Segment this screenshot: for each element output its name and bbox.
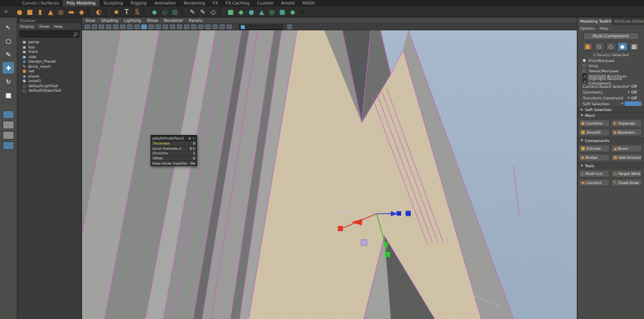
multi-component-button[interactable]: Multi-Component <box>583 32 639 40</box>
outliner-item[interactable]: ✎ Brick_mesh <box>17 64 81 69</box>
move-tool[interactable]: ✚ <box>3 62 14 74</box>
viewport-toolbar-icon[interactable] <box>85 25 90 29</box>
viewport-menu-item[interactable]: Renderer <box>164 17 183 23</box>
viewport-toolbar-icon[interactable] <box>177 25 182 29</box>
viewport-toolbar-icon[interactable] <box>213 25 218 29</box>
face-mode-icon[interactable]: ◆ <box>618 42 628 51</box>
viewport-toolbar-icon[interactable] <box>205 25 211 29</box>
object-mode-icon[interactable]: ■ <box>583 42 593 51</box>
in-view-editor[interactable]: polyExtrudeFace1 ▪ × Thickness 0 Local T… <box>151 135 197 166</box>
shelf-tab[interactable]: Rigging <box>127 0 151 6</box>
outliner-item[interactable]: ▣ persp <box>17 39 81 45</box>
in-view-editor-row[interactable]: Local Translate Z 0.5 <box>151 146 196 151</box>
toolkit-menu-item[interactable]: Options <box>580 25 595 31</box>
mesh-section-header[interactable]: ▼ Mesh <box>577 112 644 118</box>
shelf-tab[interactable]: Poly Modeling <box>63 0 99 6</box>
shelf-tab[interactable]: Sculpting <box>99 0 127 6</box>
shelf-menu-icon[interactable]: ≡ <box>3 9 9 14</box>
boolean-difference-icon[interactable]: ◇ <box>160 7 170 17</box>
multi-cut-icon[interactable]: ◇ <box>208 7 218 17</box>
field-value[interactable]: 0 <box>189 141 195 145</box>
boolean-union-icon[interactable]: ◆ <box>149 7 160 17</box>
outliner-item[interactable]: ▣ front <box>17 49 81 54</box>
outliner-search-input[interactable] <box>19 30 79 37</box>
rotate-tool[interactable]: ↻ <box>3 76 14 87</box>
components-section-header[interactable]: ▼ Components <box>577 138 644 143</box>
vertex-mode-icon[interactable]: ▫ <box>594 42 605 51</box>
dropdown-row[interactable]: Transform Constraint ▼ Off <box>577 95 644 101</box>
dropdown-row[interactable]: Camera Based Selection ▼ Off <box>577 83 644 89</box>
center-handle[interactable] <box>361 240 367 245</box>
viewport-toolbar-icon[interactable] <box>287 25 292 29</box>
dropdown-row[interactable]: Symmetry ▼ Off <box>577 89 644 95</box>
separate-icon[interactable]: ● <box>246 7 256 17</box>
delete-history-icon[interactable]: × <box>298 7 308 17</box>
toolkit-button[interactable]: ◆ Booleans <box>611 129 642 136</box>
toolkit-button[interactable]: ◎ Target Weld <box>611 170 642 178</box>
scale-tool[interactable]: ■ <box>3 89 14 101</box>
in-view-editor-row[interactable]: Offset 0 <box>151 156 196 161</box>
soft-selection-section-header[interactable]: ▶ Soft Selection <box>577 107 644 112</box>
shelf-tab[interactable]: MASH <box>298 0 318 6</box>
toolkit-tab[interactable]: Modeling Toolkit <box>577 17 612 25</box>
in-view-editor-row[interactable]: Thickness 0 <box>151 141 196 146</box>
viewport-menu-item[interactable]: Shading <box>101 17 118 23</box>
viewport-toolbar-icon[interactable] <box>227 25 232 29</box>
boolean-intersect-icon[interactable]: ◎ <box>170 7 180 17</box>
dropdown-row[interactable]: Soft Selection ▼ <box>577 101 644 107</box>
toolkit-button[interactable]: ◇ Multi-Cut <box>579 170 610 178</box>
in-view-editor-row[interactable]: Divisions 1 <box>151 150 196 156</box>
checkbox-option[interactable]: ✓ Highlight Nearest Component <box>577 78 644 83</box>
viewport-toolbar-icon[interactable] <box>141 25 147 29</box>
shelf-tab[interactable]: FX <box>209 0 222 6</box>
outliner-item[interactable]: ◆ plane <box>17 74 81 79</box>
poly-disc-icon[interactable]: ◆ <box>76 7 87 17</box>
radio-option[interactable]: ○ Drag <box>577 63 644 68</box>
radio-option[interactable]: ● Pick/Marquee <box>577 57 644 63</box>
dropdown-value[interactable]: Off <box>631 90 641 94</box>
create-polygon-icon[interactable]: ★ <box>111 7 121 17</box>
dropdown-value[interactable]: Off <box>631 96 641 100</box>
outliner-item[interactable]: ○ defaultLightSet <box>17 83 81 88</box>
toolkit-button[interactable]: ◐ Separate <box>611 119 642 127</box>
dropdown-value[interactable]: Off <box>631 84 641 88</box>
poly-plane-icon[interactable]: ▬ <box>66 7 76 17</box>
outliner-item[interactable]: ◆ Design_Preset <box>17 59 81 64</box>
separator[interactable] <box>182 8 186 16</box>
type-tool-icon[interactable]: T <box>121 7 132 17</box>
viewport-toolbar-icon[interactable] <box>92 25 97 29</box>
viewport-menu-item[interactable]: View <box>85 17 95 23</box>
toolkit-menu-item[interactable]: Help <box>599 25 608 31</box>
platonic-solid-icon[interactable]: ◐ <box>94 7 104 17</box>
outliner-item[interactable]: ● asset1 <box>17 78 81 83</box>
viewport-toolbar-icon[interactable] <box>191 25 196 29</box>
x-axis-handle[interactable] <box>338 226 343 231</box>
viewport-toolbar-icon[interactable] <box>99 25 104 29</box>
in-view-editor-row[interactable]: Keep Faces Together On <box>151 160 196 165</box>
pin-icon[interactable]: ▪ <box>189 136 191 140</box>
viewport-toolbar-icon[interactable] <box>134 25 140 29</box>
in-view-editor-titlebar[interactable]: polyExtrudeFace1 ▪ × <box>151 136 196 141</box>
sweep-mesh-icon[interactable]: S <box>132 7 142 17</box>
paint-select-tool[interactable]: ✎ <box>3 48 14 60</box>
field-value[interactable]: On <box>189 161 195 165</box>
poly-sphere-icon[interactable]: ● <box>14 7 25 17</box>
dropdown-value[interactable] <box>625 101 641 106</box>
toolkit-tab[interactable]: Attribute Editor <box>612 17 644 25</box>
toolkit-button[interactable]: ◆ Bridge <box>579 154 610 161</box>
quad-draw-icon[interactable]: ✎ <box>198 7 208 17</box>
viewport-toolbar-icon[interactable] <box>198 25 203 29</box>
poly-cube-icon[interactable]: ■ <box>25 7 35 17</box>
select-tool[interactable]: ↖ <box>3 21 14 33</box>
field-value[interactable]: 0 <box>189 156 195 160</box>
poly-cylinder-icon[interactable]: ▮ <box>35 7 45 17</box>
smooth-icon[interactable]: ◎ <box>267 7 277 17</box>
viewport-toolbar-icon[interactable] <box>120 25 125 29</box>
separator[interactable] <box>105 8 110 16</box>
shelf-tab[interactable]: Arnold <box>277 0 298 6</box>
shelf-tab[interactable]: Curves / Surfaces <box>18 0 63 6</box>
z-axis-end-handle[interactable] <box>406 211 411 216</box>
extract-icon[interactable]: ▲ <box>256 7 267 17</box>
separator[interactable] <box>88 8 92 16</box>
outliner-item[interactable]: ▣ top <box>17 45 81 50</box>
